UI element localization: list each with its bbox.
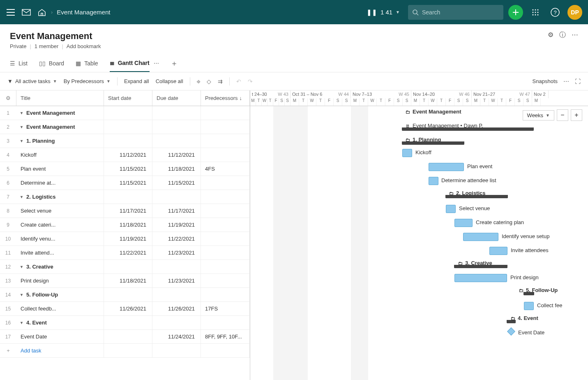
search-box[interactable] — [408, 5, 503, 20]
task-title[interactable]: Identify venu... — [16, 232, 104, 246]
info-icon[interactable]: ⓘ — [559, 31, 566, 39]
undo-icon[interactable]: ↶ — [236, 78, 241, 85]
due-date[interactable]: 11/17/2021 — [152, 204, 201, 218]
add-button[interactable] — [508, 5, 523, 20]
filter-dropdown[interactable]: ▼All active tasks▼ — [7, 78, 57, 84]
predecessors[interactable] — [201, 106, 250, 120]
due-date[interactable]: 11/26/2021 — [152, 302, 201, 315]
tab-board[interactable]: ▯▯Board — [39, 54, 64, 72]
predecessors[interactable] — [201, 232, 250, 246]
due-date[interactable]: 11/23/2021 — [152, 246, 201, 260]
due-date[interactable] — [152, 106, 201, 120]
chevron-down-icon[interactable]: ▾ — [21, 292, 25, 297]
predecessors[interactable]: 8FF, 9FF, 10F... — [201, 330, 250, 343]
predecessors[interactable] — [201, 260, 250, 273]
add-bookmark[interactable]: Add bookmark — [67, 43, 101, 49]
start-date[interactable] — [104, 330, 152, 343]
tab-table[interactable]: ▦Table — [76, 54, 98, 72]
gantt-bar[interactable] — [402, 149, 412, 157]
table-row[interactable]: 9Create cateri...11/18/202111/19/2021 — [0, 218, 250, 232]
due-date[interactable] — [152, 190, 201, 204]
start-date[interactable] — [104, 260, 152, 273]
table-row[interactable]: 17Event Date11/24/20218FF, 9FF, 10F... — [0, 330, 250, 344]
gear-icon[interactable]: ⚙ — [0, 90, 16, 106]
table-row[interactable]: 4Kickoff11/12/202111/12/2021 — [0, 148, 250, 162]
due-date[interactable] — [152, 120, 201, 134]
tab-options-icon[interactable]: ⋯ — [154, 60, 159, 66]
due-date[interactable]: 11/23/2021 — [152, 274, 201, 287]
predecessors[interactable] — [201, 176, 250, 190]
timer[interactable]: ❚❚ 1 41 ▼ — [363, 7, 403, 18]
predecessors[interactable] — [201, 288, 250, 301]
task-title[interactable]: Collect feedb... — [16, 302, 104, 315]
summary-bar[interactable] — [402, 127, 533, 131]
task-title[interactable]: Kickoff — [16, 148, 104, 162]
start-date[interactable]: 11/26/2021 — [104, 302, 152, 315]
gantt-summary[interactable]: 🗀Event Management — [406, 109, 461, 115]
task-title[interactable]: ▾5. Follow-Up — [16, 288, 104, 301]
due-date[interactable]: 11/22/2021 — [152, 232, 201, 246]
home-icon[interactable] — [37, 7, 47, 17]
task-title[interactable]: Determine at... — [16, 176, 104, 190]
gear-icon[interactable]: ⚙ — [548, 31, 553, 39]
start-date[interactable]: 11/19/2021 — [104, 232, 152, 246]
help-icon[interactable]: ? — [548, 5, 563, 20]
chevron-down-icon[interactable]: ▾ — [21, 320, 25, 325]
due-date[interactable] — [152, 316, 201, 329]
col-pred[interactable]: Predecessors↓ — [201, 90, 250, 106]
col-due[interactable]: Due date — [152, 90, 201, 106]
due-date[interactable]: 11/12/2021 — [152, 148, 201, 162]
start-date[interactable] — [104, 288, 152, 301]
start-date[interactable] — [104, 134, 152, 148]
milestone-diamond[interactable] — [507, 327, 515, 336]
start-date[interactable]: 11/22/2021 — [104, 246, 152, 260]
menu-icon[interactable] — [6, 7, 16, 17]
predecessors[interactable] — [201, 148, 250, 162]
chevron-down-icon[interactable]: ▾ — [21, 125, 25, 129]
start-date[interactable] — [104, 316, 152, 329]
members[interactable]: 1 member — [35, 43, 59, 49]
predecessors[interactable] — [201, 218, 250, 232]
start-date[interactable] — [104, 120, 152, 134]
due-date[interactable]: 11/24/2021 — [152, 330, 201, 343]
summary-bar[interactable] — [454, 265, 507, 268]
tab-list[interactable]: ☰List — [10, 54, 28, 72]
task-title[interactable]: ▾4. Event — [16, 316, 104, 329]
summary-bar[interactable] — [524, 292, 534, 295]
week-header[interactable]: t 24–30W 43 — [250, 90, 291, 98]
start-date[interactable]: 11/15/2021 — [104, 162, 152, 176]
table-row[interactable]: 6Determine at...11/15/202111/15/2021 — [0, 176, 250, 190]
predecessors[interactable] — [201, 246, 250, 260]
start-date[interactable] — [104, 190, 152, 204]
predecessors[interactable] — [201, 134, 250, 148]
apps-icon[interactable] — [528, 5, 543, 20]
toolbar-more-icon[interactable]: ⋯ — [563, 78, 569, 85]
chevron-down-icon[interactable]: ▾ — [21, 139, 25, 143]
week-header[interactable]: Nov 2 — [532, 90, 549, 98]
search-input[interactable] — [422, 9, 499, 16]
week-header[interactable]: Nov 7–13W 45 — [351, 90, 411, 98]
gantt-bar[interactable] — [454, 274, 507, 282]
summary-bar[interactable] — [507, 320, 515, 323]
chevron-down-icon[interactable]: ▾ — [21, 264, 25, 269]
predecessors[interactable] — [201, 204, 250, 218]
predecessors[interactable] — [201, 190, 250, 204]
expand-all[interactable]: Expand all — [124, 78, 149, 84]
week-header[interactable]: Oct 31 – Nov 6W 44 — [291, 90, 351, 98]
mail-icon[interactable] — [21, 7, 31, 17]
task-title[interactable]: ▾1. Planning — [16, 134, 104, 148]
redo-icon[interactable]: ↷ — [248, 78, 253, 85]
zoom-out-button[interactable]: − — [557, 109, 568, 121]
table-row[interactable]: 10Identify venu...11/19/202111/22/2021 — [0, 232, 250, 246]
col-title[interactable]: Title — [16, 90, 104, 106]
predecessors[interactable]: 17FS — [201, 302, 250, 315]
start-date[interactable]: 11/17/2021 — [104, 204, 152, 218]
expand-icon[interactable]: ⛶ — [575, 78, 581, 85]
task-title[interactable]: Invite attend... — [16, 246, 104, 260]
table-row[interactable]: 1▾Event Management — [0, 106, 250, 120]
table-row[interactable]: 14▾5. Follow-Up — [0, 288, 250, 302]
plus-icon[interactable]: + — [0, 348, 16, 354]
chevron-down-icon[interactable]: ▾ — [21, 195, 25, 199]
due-date[interactable] — [152, 260, 201, 273]
gantt-bar[interactable] — [429, 177, 438, 185]
